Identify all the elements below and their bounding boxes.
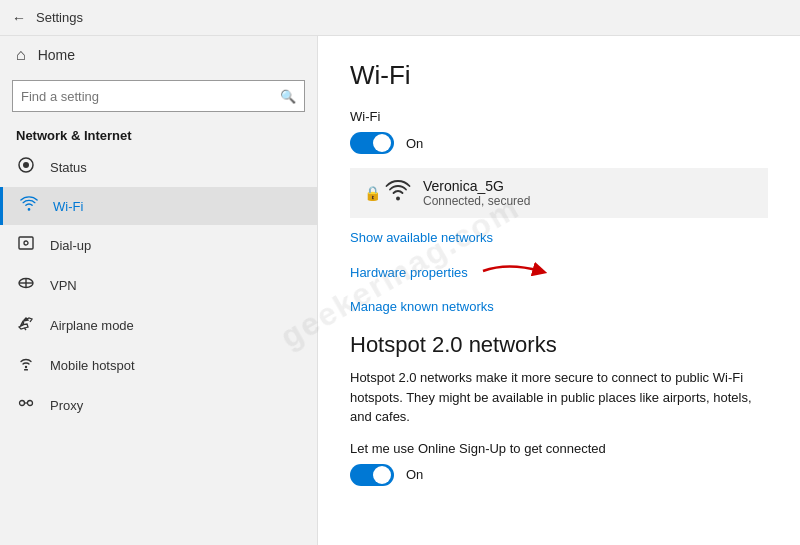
svg-rect-2 <box>19 237 33 249</box>
sidebar-item-airplane-label: Airplane mode <box>50 318 134 333</box>
network-name: Veronica_5G <box>423 178 530 194</box>
wifi-sidebar-icon <box>19 196 39 216</box>
show-networks-row: Show available networks <box>350 230 768 245</box>
sidebar: ⌂ Home 🔍 Network & Internet Status <box>0 36 318 545</box>
hotspot-desc: Hotspot 2.0 networks make it more secure… <box>350 368 768 427</box>
sidebar-item-proxy-label: Proxy <box>50 398 83 413</box>
sidebar-item-wifi-label: Wi-Fi <box>53 199 83 214</box>
content-pane: Wi-Fi Wi-Fi On 🔒 <box>318 36 800 545</box>
sidebar-item-vpn-label: VPN <box>50 278 77 293</box>
network-info: Veronica_5G Connected, secured <box>423 178 530 208</box>
back-button[interactable]: ← <box>12 10 26 26</box>
home-label: Home <box>38 47 75 63</box>
dialup-icon <box>16 234 36 256</box>
toggle-knob <box>373 134 391 152</box>
sidebar-item-vpn[interactable]: VPN <box>0 265 317 305</box>
title-bar: ← Settings <box>0 0 800 36</box>
search-icon[interactable]: 🔍 <box>280 89 296 104</box>
sidebar-item-status-label: Status <box>50 160 87 175</box>
manage-networks-link[interactable]: Manage known networks <box>350 299 494 314</box>
online-signup-toggle-label: On <box>406 467 423 482</box>
svg-point-1 <box>23 162 29 168</box>
sidebar-item-mobilehotspot-label: Mobile hotspot <box>50 358 135 373</box>
sidebar-item-home[interactable]: ⌂ Home <box>0 36 317 74</box>
lock-icon: 🔒 <box>364 185 381 201</box>
status-icon <box>16 156 36 178</box>
sidebar-item-dialup[interactable]: Dial-up <box>0 225 317 265</box>
show-networks-link[interactable]: Show available networks <box>350 230 493 245</box>
sidebar-item-status[interactable]: Status <box>0 147 317 187</box>
online-signup-toggle[interactable] <box>350 464 394 486</box>
red-arrow-hardware <box>478 257 548 285</box>
sidebar-item-mobilehotspot[interactable]: Mobile hotspot <box>0 345 317 385</box>
sidebar-item-wifi[interactable]: Wi-Fi <box>0 187 317 225</box>
airplane-icon <box>16 314 36 336</box>
window-title: Settings <box>36 10 83 25</box>
sidebar-section-label: Network & Internet <box>0 122 317 147</box>
svg-point-8 <box>28 401 33 406</box>
network-icon-wrap: 🔒 <box>364 180 411 207</box>
svg-rect-6 <box>24 369 28 371</box>
hotspot-title: Hotspot 2.0 networks <box>350 332 768 358</box>
wifi-toggle[interactable] <box>350 132 394 154</box>
hardware-properties-link[interactable]: Hardware properties <box>350 265 468 280</box>
wifi-signal-icon <box>385 180 411 207</box>
svg-point-5 <box>25 366 27 368</box>
home-icon: ⌂ <box>16 46 26 64</box>
sidebar-item-dialup-label: Dial-up <box>50 238 91 253</box>
svg-point-7 <box>20 401 25 406</box>
search-input[interactable] <box>21 89 280 104</box>
page-title: Wi-Fi <box>350 60 768 91</box>
main-layout: ⌂ Home 🔍 Network & Internet Status <box>0 36 800 545</box>
wifi-section-label: Wi-Fi <box>350 109 768 124</box>
hardware-properties-row: Hardware properties <box>350 255 768 289</box>
sidebar-item-airplane[interactable]: Airplane mode <box>0 305 317 345</box>
online-signup-toggle-row: On <box>350 464 768 486</box>
sidebar-item-proxy[interactable]: Proxy <box>0 385 317 425</box>
search-box: 🔍 <box>12 80 305 112</box>
vpn-icon <box>16 274 36 296</box>
wifi-toggle-row: On <box>350 132 768 154</box>
mobilehotspot-icon <box>16 354 36 376</box>
wifi-toggle-label: On <box>406 136 423 151</box>
online-signup-label: Let me use Online Sign-Up to get connect… <box>350 441 768 456</box>
svg-point-3 <box>24 241 28 245</box>
network-status: Connected, secured <box>423 194 530 208</box>
online-signup-toggle-knob <box>373 466 391 484</box>
network-card[interactable]: 🔒 Veronica_5G Connected, secured <box>350 168 768 218</box>
proxy-icon <box>16 394 36 416</box>
